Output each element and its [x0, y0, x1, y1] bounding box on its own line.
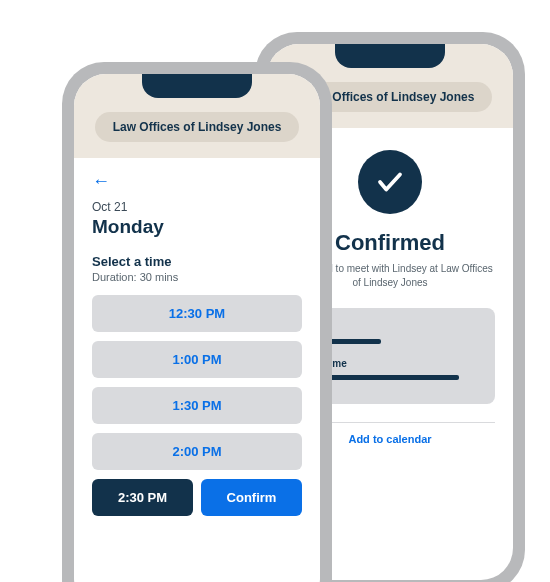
- duration-label: Duration: 30 mins: [92, 271, 302, 283]
- date-short: Oct 21: [92, 200, 302, 214]
- time-slot[interactable]: 1:30 PM: [92, 387, 302, 424]
- screen-left: Law Offices of Lindsey Jones ← Oct 21 Mo…: [74, 74, 320, 582]
- time-slot[interactable]: 1:00 PM: [92, 341, 302, 378]
- back-arrow-icon[interactable]: ←: [92, 172, 302, 190]
- notch: [335, 44, 445, 68]
- notch: [142, 74, 252, 98]
- content-left: ← Oct 21 Monday Select a time Duration: …: [74, 158, 320, 582]
- select-time-label: Select a time: [92, 254, 302, 269]
- date-day: Monday: [92, 216, 302, 238]
- confirm-button[interactable]: Confirm: [201, 479, 302, 516]
- time-slot[interactable]: 2:00 PM: [92, 433, 302, 470]
- app-title-pill: Law Offices of Lindsey Jones: [95, 112, 300, 142]
- time-slot[interactable]: 12:30 PM: [92, 295, 302, 332]
- phone-frame-left: Law Offices of Lindsey Jones ← Oct 21 Mo…: [62, 62, 332, 582]
- time-slot-selected[interactable]: 2:30 PM: [92, 479, 193, 516]
- check-icon: [358, 150, 422, 214]
